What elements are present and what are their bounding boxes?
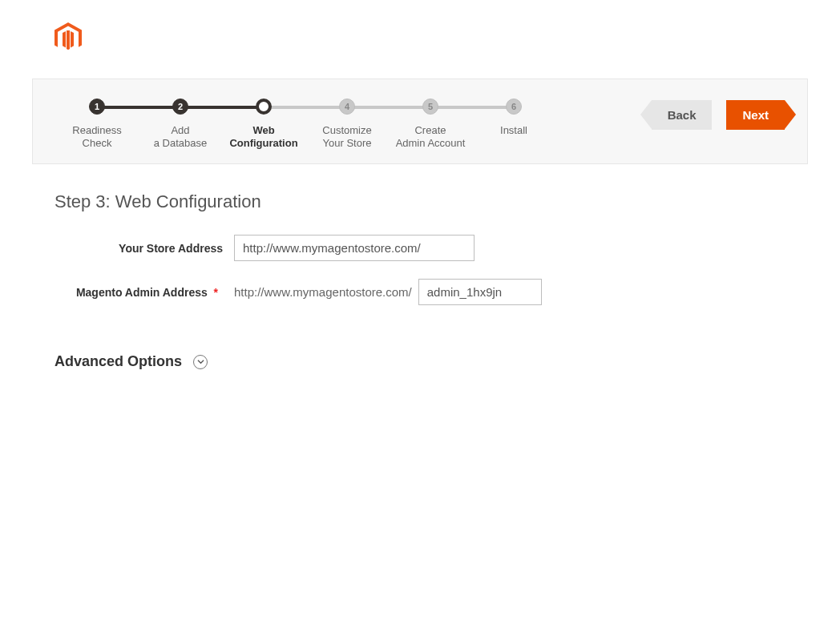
back-button[interactable]: Back: [652, 100, 713, 130]
step-connector: [264, 106, 347, 109]
advanced-options-toggle[interactable]: Advanced Options: [55, 353, 840, 370]
magento-logo-icon: [55, 42, 82, 55]
nav-buttons: Back Next: [652, 100, 785, 130]
required-star-icon: *: [214, 286, 218, 299]
step-label: Add a Database: [154, 124, 208, 149]
store-address-row: Your Store Address: [55, 235, 840, 261]
step-connector: [347, 106, 430, 109]
step-number-badge: 5: [422, 99, 438, 115]
admin-address-prefix: http://www.mymagentostore.com/: [234, 285, 412, 299]
wizard-steps-bar: 1 Readiness Check 2 Add a Database Web C…: [32, 78, 808, 164]
step-number-badge: 1: [89, 99, 105, 115]
step-label: Install: [500, 124, 527, 137]
chevron-down-icon: [193, 355, 208, 369]
step-connector: [430, 106, 514, 109]
step-number-badge: 2: [172, 99, 188, 115]
admin-address-row: Magento Admin Address * http://www.mymag…: [55, 279, 840, 305]
step-label: Readiness Check: [72, 124, 121, 149]
page-title: Step 3: Web Configuration: [55, 191, 808, 212]
step-number-badge: 6: [506, 99, 522, 115]
step-number-badge: 4: [339, 99, 355, 115]
next-button[interactable]: Next: [726, 100, 785, 130]
step-install: 6 Install: [472, 99, 555, 137]
step-label: Web Configuration: [229, 124, 297, 149]
step-connector: [180, 106, 264, 109]
store-address-input[interactable]: [234, 235, 475, 261]
step-label: Customize Your Store: [322, 124, 371, 149]
advanced-options-title: Advanced Options: [55, 353, 182, 370]
steps-list: 1 Readiness Check 2 Add a Database Web C…: [55, 99, 555, 149]
admin-address-label: Magento Admin Address *: [55, 286, 234, 299]
admin-address-input[interactable]: [418, 279, 542, 305]
step-number-badge: [256, 99, 272, 115]
configuration-form: Your Store Address Magento Admin Address…: [0, 235, 840, 305]
step-connector: [97, 106, 180, 109]
store-address-label: Your Store Address: [55, 242, 234, 255]
step-label: Create Admin Account: [396, 124, 466, 149]
